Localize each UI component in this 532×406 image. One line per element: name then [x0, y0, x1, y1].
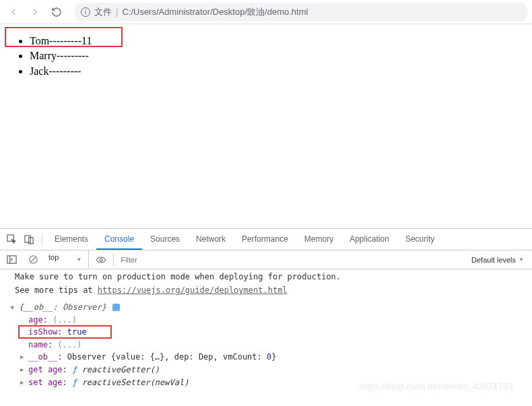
clear-console-icon[interactable]	[24, 251, 42, 269]
list-item: Jack---------	[30, 64, 516, 79]
live-expression-icon[interactable]	[93, 252, 109, 268]
filter-input[interactable]	[118, 254, 467, 266]
list-item: Tom---------11	[30, 34, 516, 48]
tab-sources[interactable]: Sources	[142, 229, 188, 250]
address-bar[interactable]: i 文件 | C:/Users/Administrator/Desktop/豉油…	[74, 3, 528, 22]
watermark: https://blog.csdn.net/weixin_43871703	[359, 381, 513, 391]
devtools-panel: Elements Console Sources Network Perform…	[0, 228, 532, 406]
chevron-right-icon: ▶	[20, 378, 24, 388]
console-message: Make sure to turn on production mode whe…	[0, 270, 532, 283]
console-sidebar-toggle-icon[interactable]	[3, 251, 20, 269]
svg-rect-1	[24, 236, 30, 242]
log-levels-selector[interactable]: Default levels	[471, 256, 529, 264]
url-scheme-label: 文件	[94, 6, 112, 18]
info-badge-icon[interactable]	[112, 304, 120, 311]
devtools-tabbar: Elements Console Sources Network Perform…	[0, 229, 532, 250]
console-subbar: top Default levels	[0, 250, 532, 269]
context-selector[interactable]: top	[46, 250, 89, 269]
tab-performance[interactable]: Performance	[234, 229, 296, 250]
page-list: Tom---------11 Marry--------- Jack------…	[16, 34, 516, 79]
chevron-right-icon: ▶	[20, 353, 24, 362]
object-property[interactable]: age: (...)	[28, 314, 532, 327]
url-path: C:/Users/Administrator/Desktop/豉油/demo.h…	[122, 6, 308, 18]
object-header-row[interactable]: ▶ {__ob__: Observer}	[19, 301, 532, 314]
deployment-link[interactable]: https://vuejs.org/guide/deployment.html	[98, 285, 288, 295]
console-object-tree[interactable]: ▶ {__ob__: Observer} age: (...) isShow: …	[0, 301, 532, 388]
reload-button[interactable]	[47, 3, 66, 22]
tab-console[interactable]: Console	[96, 229, 142, 250]
tab-security[interactable]: Security	[397, 229, 442, 250]
console-output: Make sure to turn on production mode whe…	[0, 269, 532, 406]
tab-memory[interactable]: Memory	[296, 229, 341, 250]
browser-toolbar: i 文件 | C:/Users/Administrator/Desktop/豉油…	[0, 0, 532, 24]
object-property[interactable]: ▶__ob__: Observer {value: {…}, dep: Dep,…	[28, 351, 532, 364]
chevron-right-icon: ▶	[20, 366, 24, 375]
tab-application[interactable]: Application	[341, 229, 397, 250]
svg-rect-3	[7, 256, 15, 263]
inspect-icon[interactable]	[3, 231, 20, 248]
list-item: Marry---------	[30, 48, 516, 63]
url-separator: |	[116, 7, 118, 17]
svg-point-5	[100, 259, 102, 261]
page-viewport: Tom---------11 Marry--------- Jack------…	[0, 24, 532, 228]
object-property[interactable]: ▶get age: ƒ reactiveGetter()	[28, 364, 532, 376]
object-property[interactable]: isShow: true	[28, 326, 532, 339]
tab-network[interactable]: Network	[188, 229, 234, 250]
device-toggle-icon[interactable]	[20, 231, 38, 248]
info-icon: i	[81, 7, 90, 17]
chevron-down-icon: ▶	[7, 306, 17, 310]
back-button[interactable]	[4, 3, 23, 22]
tab-elements[interactable]: Elements	[46, 229, 96, 250]
object-property[interactable]: name: (...)	[28, 339, 532, 351]
forward-button[interactable]	[26, 3, 44, 22]
console-message: See more tips at https://vuejs.org/guide…	[0, 283, 532, 297]
